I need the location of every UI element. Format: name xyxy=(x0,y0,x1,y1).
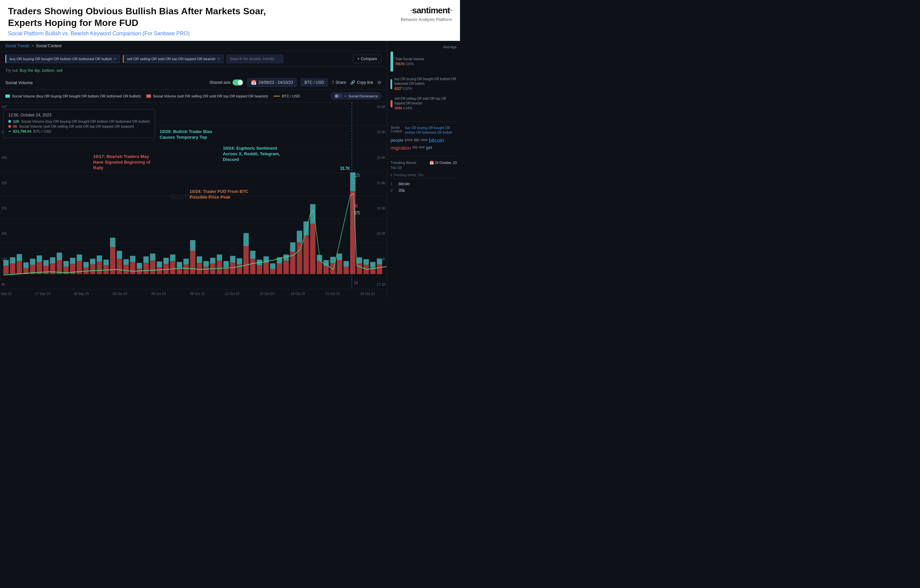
sc-query: buy OR buying OR bought OR bottom OR bot… xyxy=(405,126,457,135)
y-left-8: 86 xyxy=(1,283,7,286)
right-sidebar: Average Total Social Volume 76570 100% b… xyxy=(387,41,460,298)
y-left-1: 437 xyxy=(1,105,7,109)
svg-rect-9 xyxy=(17,261,22,274)
legend-bearish: Social Volume (sell OR selling OR sold O… xyxy=(146,94,268,98)
tooltip-btc-value: $33,798.04 xyxy=(13,130,31,133)
annotation-4: 10/24: Trader FUD From BTC Possible Pric… xyxy=(190,189,249,200)
svg-rect-82 xyxy=(123,259,129,265)
svg-rect-115 xyxy=(343,261,349,267)
x-axis: 24 Sep 23 27 Sep 23 30 Sep 23 03 Oct 23 … xyxy=(0,289,387,298)
logo-dot-left: · xyxy=(410,5,412,15)
page-subtitle: Social Platform Bullish vs. Bearish Keyw… xyxy=(8,31,274,37)
avg-bullish-bar xyxy=(390,79,392,89)
social-dominance-toggle[interactable]: × Social Dominance xyxy=(330,92,382,99)
tw-word-2[interactable]: 35k xyxy=(398,188,405,193)
svg-rect-66 xyxy=(17,254,22,261)
avg-bullish-stats: buy OR buying OR bought OR bottom OR bot… xyxy=(394,77,457,91)
search-area: buy OR buying OR bought OR bottom OR bot… xyxy=(0,51,387,67)
word-btc-right[interactable]: btc xyxy=(414,138,420,144)
svg-rect-58 xyxy=(343,267,349,274)
legend-bullish-label: Social Volume (buy OR buying OR bought O… xyxy=(12,94,141,98)
tooltip-btc-row: $33,798.04 BTC / USD xyxy=(8,130,150,133)
svg-rect-24 xyxy=(117,259,122,274)
svg-rect-13 xyxy=(43,266,49,274)
svg-rect-92 xyxy=(190,240,195,251)
tw-word-1[interactable]: bitcoin xyxy=(398,181,410,186)
y-right-8: 27.1K xyxy=(377,283,385,286)
svg-rect-83 xyxy=(130,256,135,262)
date-range-text: 24/09/23 - 24/10/23 xyxy=(258,80,293,85)
bullish-avg-label: buy OR buying OR bought OR bottom OR bot… xyxy=(394,77,457,86)
settings-icon[interactable]: ⚙ xyxy=(377,80,382,85)
copy-link-label: Copy link xyxy=(357,80,373,85)
avg-bullish-bar-row: buy OR buying OR bought OR bottom OR bot… xyxy=(390,77,457,91)
tooltip-box: 12:00, October 24, 2023 125 Social Volum… xyxy=(3,109,155,138)
tw-subheader: # Trending words, 24h xyxy=(390,173,457,178)
y-right-1: 34.6K xyxy=(377,105,385,109)
svg-rect-113 xyxy=(330,257,335,263)
bullish-tag[interactable]: buy OR buying OR bought OR bottom OR bot… xyxy=(5,55,120,63)
svg-rect-90 xyxy=(177,262,182,268)
tw-calendar-icon: 📅 xyxy=(429,160,434,165)
svg-rect-107 xyxy=(290,243,295,252)
word-new[interactable]: new xyxy=(421,138,428,144)
svg-rect-48 xyxy=(277,263,282,274)
svg-rect-88 xyxy=(163,258,168,264)
svg-rect-67 xyxy=(23,262,29,268)
svg-rect-25 xyxy=(123,265,129,274)
bullish-tag-text: buy OR buying OR bought OR bottom OR bot… xyxy=(10,57,112,61)
tooltip-btc-label: BTC / USD xyxy=(33,130,51,133)
word-stq[interactable]: stq xyxy=(413,145,418,151)
page-title: Traders Showing Obvious Bullish Bias Aft… xyxy=(8,5,274,29)
tooltip-bearish-label: Social Volume (sell OR selling OR sold O… xyxy=(19,125,134,128)
svg-rect-89 xyxy=(170,254,175,261)
bearish-tag-text: sell OR selling OR sold OR top OR topped… xyxy=(127,57,215,61)
social-volume-label: Social Volume xyxy=(5,80,32,85)
svg-rect-118 xyxy=(364,259,369,265)
bullish-avg-pct: 5.52% xyxy=(402,87,412,91)
svg-rect-100 xyxy=(243,233,249,246)
pair-selector[interactable]: BTC / USD xyxy=(301,78,328,86)
word-bitcoin[interactable]: bitcoin xyxy=(429,138,444,144)
svg-rect-78 xyxy=(97,256,102,261)
word-migration[interactable]: migration xyxy=(390,145,411,151)
logo-dot-right: · xyxy=(450,5,452,15)
tooltip-bullish-value: 125 xyxy=(13,120,19,123)
bearish-tag[interactable]: sell OR selling OR sold OR top OR topped… xyxy=(123,55,224,63)
word-people[interactable]: people xyxy=(390,138,403,144)
compare-button[interactable]: + Compare xyxy=(353,55,382,63)
copy-link-button[interactable]: 🔗 Copy link xyxy=(350,80,373,85)
tooltip-bullish-label: Social Volume (buy OR buying OR bought O… xyxy=(21,120,150,123)
bearish-avg-value: 3094 xyxy=(394,107,402,110)
toggle-switch[interactable] xyxy=(233,79,243,86)
breadcrumb-separator: > xyxy=(32,44,34,48)
svg-rect-41 xyxy=(230,262,235,274)
bearish-tag-close[interactable]: × xyxy=(217,57,220,61)
tooltip-bullish-row: 125 Social Volume (buy OR buying OR boug… xyxy=(8,120,150,123)
svg-rect-80 xyxy=(110,238,115,247)
search-input[interactable] xyxy=(226,55,283,63)
word-price[interactable]: price xyxy=(405,138,413,144)
svg-rect-101 xyxy=(250,251,256,259)
svg-rect-20 xyxy=(90,264,96,274)
trending-section: Trending Words Top 10 📅 24 October, 23 #… xyxy=(390,156,457,194)
tw-label-group: Trending Words Top 10 xyxy=(390,160,416,171)
try-out-links[interactable]: Buy the dip, bottom, sell xyxy=(20,68,63,73)
word-one[interactable]: one xyxy=(418,145,424,151)
tw-row-2: 2 35k xyxy=(390,187,457,194)
date-range-picker[interactable]: 📅 24/09/23 - 24/10/23 xyxy=(247,78,297,87)
word-get[interactable]: get xyxy=(426,145,432,151)
tw-date: 📅 24 October, 23 xyxy=(429,160,457,165)
total-label: Total Social Volume xyxy=(395,57,424,62)
avg-total-bar xyxy=(390,52,393,71)
sc-label: Social Context xyxy=(390,126,402,135)
svg-rect-96 xyxy=(217,254,222,261)
shared-axis-toggle[interactable]: Shared axis xyxy=(209,79,243,86)
bullish-tag-close[interactable]: × xyxy=(114,57,117,61)
share-button[interactable]: ⤴ Share xyxy=(332,80,346,85)
svg-rect-26 xyxy=(130,262,135,274)
dominance-close[interactable]: × xyxy=(344,94,346,98)
svg-rect-44 xyxy=(250,259,256,274)
breadcrumb-social-trends[interactable]: Social Trends xyxy=(5,44,29,48)
legend-bearish-label: Social Volume (sell OR selling OR sold O… xyxy=(153,94,268,98)
